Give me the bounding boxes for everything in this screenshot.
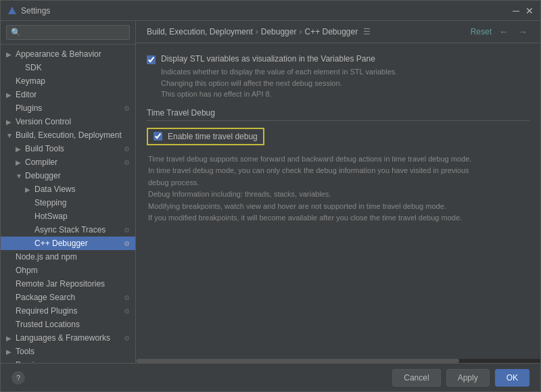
arrow-tools: ▶ [6, 348, 16, 356]
sidebar-item-appearance[interactable]: ▶ Appearance & Behavior [1, 47, 135, 61]
sidebar-item-previewer[interactable]: Previewer [1, 358, 135, 363]
sidebar: ▶ Appearance & Behavior SDK Keymap ▶ Edi… [1, 21, 136, 363]
display-stl-content: Display STL variables as visualization i… [161, 54, 397, 100]
sidebar-item-label-package-search: Package Search [16, 293, 75, 302]
window-title: Settings [21, 6, 512, 16]
sidebar-item-label-languages-frameworks: Languages & Frameworks [16, 333, 110, 343]
sidebar-item-build-exec-deploy[interactable]: ▼ Build, Execution, Deployment [1, 128, 135, 142]
sidebar-item-label-version-control: Version Control [16, 117, 71, 126]
sidebar-item-remote-jar[interactable]: Remote Jar Repositories [1, 277, 135, 291]
scrollbar-thumb [136, 359, 459, 363]
main-content: Build, Execution, Deployment › Debugger … [136, 21, 540, 363]
footer: ? Cancel Apply OK [1, 363, 540, 391]
arrow-build-exec-deploy: ▼ [6, 132, 16, 139]
breadcrumb-sep-1: › [256, 27, 258, 36]
gear-icon-package-search: ⚙ [124, 294, 130, 301]
reset-button[interactable]: Reset [471, 27, 492, 36]
sidebar-item-hotswap[interactable]: HotSwap [1, 210, 135, 223]
sidebar-item-label-keymap: Keymap [16, 76, 45, 86]
sidebar-item-package-search[interactable]: Package Search ⚙ [1, 291, 135, 304]
breadcrumb-sep-2: › [299, 27, 302, 36]
sidebar-item-label-appearance: Appearance & Behavior [16, 49, 101, 59]
sidebar-item-label-editor: Editor [16, 90, 37, 99]
time-travel-desc-3: debug process. [148, 177, 530, 189]
gear-icon-languages: ⚙ [124, 335, 130, 342]
arrow-data-views: ▶ [25, 186, 34, 193]
help-button[interactable]: ? [11, 371, 25, 385]
breadcrumb: Build, Execution, Deployment › Debugger … [147, 27, 371, 36]
sidebar-item-plugins[interactable]: Plugins ⚙ [1, 101, 135, 115]
time-travel-descriptions: Time travel debug supports some forward … [148, 153, 530, 225]
breadcrumb-actions: Reset ← → [471, 26, 530, 37]
ok-button[interactable]: OK [495, 369, 530, 387]
sidebar-item-label-tools: Tools [16, 347, 34, 356]
sidebar-item-label-build-exec-deploy: Build, Execution, Deployment [16, 130, 122, 140]
settings-window: Settings ─ ✕ ▶ Appearance & Behavior SDK [0, 0, 541, 392]
sidebar-item-label-hotswap: HotSwap [34, 212, 68, 221]
sidebar-item-keymap[interactable]: Keymap [1, 74, 135, 88]
sidebar-item-label-build-tools: Build Tools [25, 144, 64, 153]
sidebar-item-label-data-views: Data Views [34, 185, 75, 194]
sidebar-item-required-plugins[interactable]: Required Plugins ⚙ [1, 304, 135, 318]
sidebar-item-languages-frameworks[interactable]: ▶ Languages & Frameworks ⚙ [1, 331, 135, 345]
sidebar-item-label-stepping: Stepping [34, 198, 66, 207]
cancel-button[interactable]: Cancel [392, 369, 440, 387]
time-travel-desc-2: In time travel debug mode, you can only … [148, 165, 530, 177]
horizontal-scrollbar[interactable] [136, 359, 540, 363]
sidebar-item-editor[interactable]: ▶ Editor [1, 88, 135, 101]
sidebar-item-label-required-plugins: Required Plugins [16, 306, 77, 316]
close-button[interactable]: ✕ [525, 7, 534, 15]
arrow-languages-frameworks: ▶ [6, 335, 16, 342]
time-travel-desc-4: Debug Information including: threads, st… [148, 189, 530, 201]
time-travel-desc-5: Modifying breakpoints, watch view and ho… [148, 201, 530, 213]
sidebar-item-label-debugger: Debugger [25, 171, 61, 180]
sidebar-item-version-control[interactable]: ▶ Version Control [1, 115, 135, 128]
sidebar-item-label-plugins: Plugins [16, 103, 42, 113]
sidebar-item-nodejs-npm[interactable]: Node.js and npm [1, 250, 135, 264]
breadcrumb-part-1: Build, Execution, Deployment [147, 27, 253, 36]
apply-button[interactable]: Apply [446, 369, 490, 387]
sidebar-item-label-trusted-locations: Trusted Locations [16, 320, 80, 329]
gear-icon-plugins: ⚙ [124, 105, 130, 112]
sidebar-item-cpp-debugger[interactable]: C++ Debugger ⚙ [1, 237, 135, 250]
sidebar-item-label-ohpm: Ohpm [16, 266, 38, 275]
sidebar-item-stepping[interactable]: Stepping [1, 196, 135, 210]
gear-icon-cpp-debugger: ⚙ [124, 240, 130, 247]
breadcrumb-part-2: Debugger [261, 27, 297, 36]
title-bar: Settings ─ ✕ [1, 1, 540, 21]
gear-icon-compiler: ⚙ [124, 159, 130, 166]
gear-icon-required-plugins: ⚙ [124, 308, 130, 315]
time-travel-desc-6: If you modified breakpoints, it will bec… [148, 212, 530, 224]
arrow-appearance: ▶ [6, 51, 16, 58]
content-area: ▶ Appearance & Behavior SDK Keymap ▶ Edi… [1, 21, 540, 363]
sidebar-item-compiler[interactable]: ▶ Compiler ⚙ [1, 155, 135, 169]
arrow-version-control: ▶ [6, 118, 16, 126]
sidebar-item-trusted-locations[interactable]: Trusted Locations [1, 318, 135, 331]
svg-marker-0 [8, 7, 16, 14]
display-stl-label: Display STL variables as visualization i… [161, 54, 397, 64]
enable-time-travel-checkbox[interactable] [154, 132, 162, 141]
display-stl-checkbox[interactable] [147, 55, 156, 64]
sidebar-item-async-stack-traces[interactable]: Async Stack Traces ⚙ [1, 223, 135, 237]
arrow-editor: ▶ [6, 91, 16, 99]
gear-icon-build-tools: ⚙ [124, 145, 130, 153]
minimize-button[interactable]: ─ [512, 7, 520, 15]
sidebar-item-label-remote-jar: Remote Jar Repositories [16, 279, 105, 289]
sidebar-item-sdk[interactable]: SDK [1, 61, 135, 74]
arrow-compiler: ▶ [16, 159, 25, 166]
sidebar-item-tools[interactable]: ▶ Tools [1, 345, 135, 358]
enable-time-travel-label: Enable time travel debug [168, 132, 258, 141]
back-button[interactable]: ← [497, 26, 511, 37]
sidebar-item-label-compiler: Compiler [25, 157, 57, 167]
forward-button[interactable]: → [516, 26, 530, 37]
search-input[interactable] [6, 25, 130, 40]
sidebar-item-data-views[interactable]: ▶ Data Views [1, 182, 135, 196]
settings-panel: Display STL variables as visualization i… [136, 43, 540, 359]
display-stl-desc1: Indicates whether to display the value o… [161, 66, 397, 100]
sidebar-item-ohpm[interactable]: Ohpm [1, 264, 135, 277]
sidebar-item-debugger[interactable]: ▼ Debugger [1, 169, 135, 182]
arrow-build-tools: ▶ [16, 145, 25, 153]
time-travel-section-title: Time Travel Debug [147, 108, 530, 121]
sidebar-item-label-cpp-debugger: C++ Debugger [34, 239, 88, 248]
sidebar-item-build-tools[interactable]: ▶ Build Tools ⚙ [1, 142, 135, 155]
